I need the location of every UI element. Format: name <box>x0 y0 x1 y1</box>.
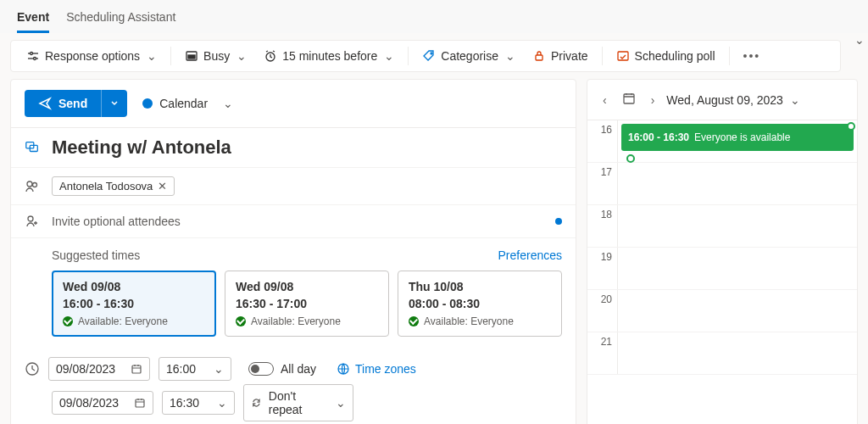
hour-label: 20 <box>587 290 618 332</box>
next-day-button[interactable]: › <box>648 92 659 109</box>
svg-point-7 <box>431 53 432 54</box>
card-avail: Available: Everyone <box>424 315 514 327</box>
preferences-link[interactable]: Preferences <box>498 248 562 262</box>
scheduling-poll-button[interactable]: Scheduling poll <box>609 46 722 66</box>
start-time-input[interactable]: 16:00 ⌄ <box>159 357 231 381</box>
busy-icon <box>185 49 198 63</box>
suggested-times-label: Suggested times <box>52 248 140 262</box>
attendees-icon <box>25 179 40 194</box>
attendee-name: Antonela Todosova <box>59 180 153 192</box>
chevron-down-icon: ⌄ <box>790 93 800 107</box>
end-time-input[interactable]: 16:30 ⌄ <box>162 391 235 415</box>
toolbar: Response options ⌄ Busy ⌄ 15 minutes bef… <box>10 40 841 72</box>
svg-point-13 <box>33 182 37 187</box>
separator <box>408 47 409 65</box>
hour-label: 18 <box>587 205 618 247</box>
chevron-down-icon: ⌄ <box>214 362 224 376</box>
card-day: Thu 10/08 <box>409 280 551 293</box>
more-button[interactable]: ••• <box>737 46 768 66</box>
chat-icon <box>25 139 40 156</box>
suggested-time-card[interactable]: Wed 09/08 16:30 - 17:00 Available: Every… <box>225 271 389 337</box>
chevron-down-icon: ⌄ <box>217 396 227 410</box>
svg-point-12 <box>27 181 32 187</box>
card-time: 08:00 - 08:30 <box>409 297 551 310</box>
repeat-select[interactable]: Don't repeat ⌄ <box>243 384 353 421</box>
lock-icon <box>532 49 546 63</box>
event-availability: Everyone is available <box>694 131 790 143</box>
timezones-link[interactable]: Time zones <box>337 362 416 376</box>
calendar-icon <box>622 92 636 105</box>
response-options-button[interactable]: Response options ⌄ <box>19 46 164 66</box>
indicator-dot <box>555 218 562 225</box>
hour-label: 16 <box>587 120 618 162</box>
card-day: Wed 09/08 <box>236 280 378 293</box>
clock-icon <box>25 361 40 377</box>
event-time: 16:00 - 16:30 <box>628 131 689 143</box>
categorise-label: Categorise <box>441 49 498 63</box>
optional-attendees-input[interactable]: Invite optional attendees <box>52 215 543 228</box>
calendar-icon <box>131 363 142 375</box>
tab-scheduling-assistant[interactable]: Scheduling Assistant <box>66 7 175 33</box>
remove-attendee-icon[interactable]: ✕ <box>158 180 167 192</box>
categorise-button[interactable]: Categorise ⌄ <box>415 46 522 66</box>
separator <box>602 47 603 65</box>
allday-toggle[interactable] <box>248 362 274 376</box>
reminder-button[interactable]: 15 minutes before ⌄ <box>257 46 401 66</box>
tag-icon <box>422 49 436 63</box>
calendar-popup-button[interactable] <box>619 90 639 109</box>
start-date-input[interactable]: 09/08/2023 <box>48 357 150 381</box>
chevron-down-icon: ⌄ <box>223 97 233 110</box>
suggested-time-card[interactable]: Thu 10/08 08:00 - 08:30 Available: Every… <box>398 271 562 337</box>
attendee-chip[interactable]: Antonela Todosova ✕ <box>52 176 175 196</box>
resize-handle[interactable] <box>626 154 635 163</box>
card-avail: Available: Everyone <box>78 315 168 327</box>
send-label: Send <box>58 97 87 110</box>
check-icon <box>236 316 246 326</box>
busy-status-button[interactable]: Busy ⌄ <box>178 46 253 66</box>
calendar-picker[interactable]: Calendar ⌄ <box>142 97 233 110</box>
chevron-down-icon: ⌄ <box>336 396 346 410</box>
chevron-down-icon: ⌄ <box>236 49 247 63</box>
event-title-input[interactable] <box>52 137 562 159</box>
svg-rect-9 <box>618 52 628 60</box>
optional-attendees-icon <box>25 214 40 229</box>
poll-label: Scheduling poll <box>635 49 715 63</box>
sliders-icon <box>26 49 40 63</box>
private-button[interactable]: Private <box>526 46 595 66</box>
chevron-down-icon: ⌄ <box>505 49 515 63</box>
svg-rect-16 <box>132 365 141 373</box>
check-icon <box>63 316 73 326</box>
poll-icon <box>616 49 630 63</box>
hour-label: 19 <box>587 248 618 289</box>
collapse-ribbon-button[interactable]: ⌄ <box>851 33 868 47</box>
svg-point-14 <box>28 216 33 221</box>
calendar-icon <box>134 397 146 409</box>
private-label: Private <box>551 49 588 63</box>
send-icon <box>38 97 52 110</box>
card-time: 16:30 - 17:00 <box>236 297 378 310</box>
separator <box>170 47 171 65</box>
suggested-time-card[interactable]: Wed 09/08 16:00 - 16:30 Available: Every… <box>52 271 216 337</box>
send-button[interactable]: Send <box>25 90 127 117</box>
send-split-button[interactable] <box>101 90 127 117</box>
svg-rect-18 <box>136 399 144 407</box>
svg-point-1 <box>31 53 33 55</box>
resize-handle[interactable] <box>847 122 855 131</box>
tab-event[interactable]: Event <box>17 7 49 33</box>
event-block[interactable]: 16:00 - 16:30 Everyone is available <box>621 124 854 151</box>
ellipsis-icon: ••• <box>743 49 761 63</box>
repeat-icon <box>251 397 262 409</box>
chevron-down-icon <box>110 99 119 108</box>
svg-rect-8 <box>536 55 542 60</box>
calendar-label: Calendar <box>159 97 208 110</box>
date-picker[interactable]: Wed, August 09, 2023 ⌄ <box>666 93 800 107</box>
allday-label: All day <box>281 362 316 376</box>
svg-point-3 <box>34 58 36 60</box>
timeline[interactable]: 16 16:00 - 16:30 Everyone is available 1… <box>587 120 857 375</box>
end-date-input[interactable]: 09/08/2023 <box>52 391 153 415</box>
calendar-color-dot <box>142 98 153 109</box>
hour-label: 21 <box>587 332 618 374</box>
prev-day-button[interactable]: ‹ <box>599 92 610 109</box>
chevron-down-icon: ⌄ <box>147 49 157 63</box>
hour-label: 17 <box>587 163 618 204</box>
